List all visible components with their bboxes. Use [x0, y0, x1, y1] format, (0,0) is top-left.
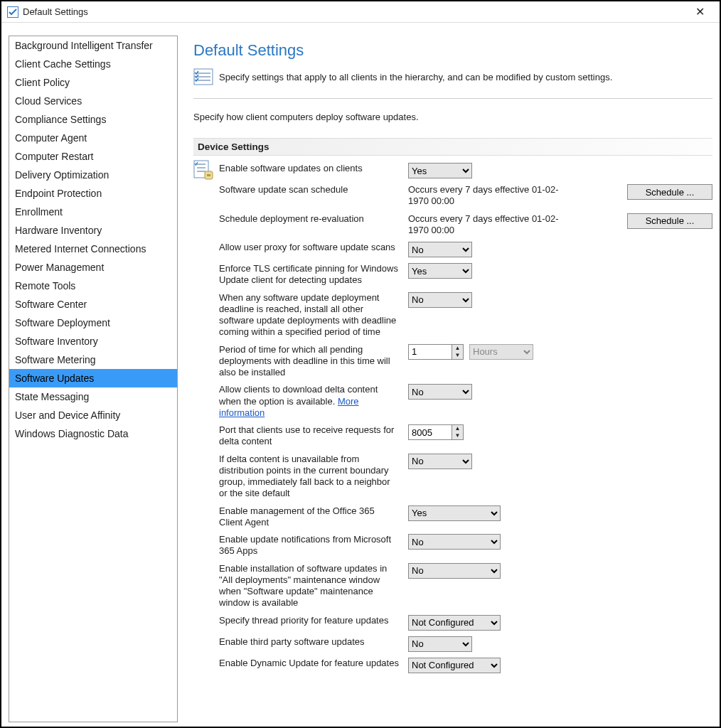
spinner-delta-port[interactable]: ▲▼ [408, 424, 464, 440]
label-deadline-period: Period of time for which all pending dep… [219, 344, 402, 379]
input-deadline-period[interactable] [409, 345, 452, 359]
sidebar-item-software-deployment[interactable]: Software Deployment [9, 314, 177, 332]
value-reeval-schedule: Occurs every 7 days effective 01-02-1970… [408, 213, 565, 237]
close-icon[interactable]: ✕ [685, 5, 714, 18]
sidebar-item-software-inventory[interactable]: Software Inventory [9, 332, 177, 350]
row-reeval-schedule: Schedule deployment re-evaluation Occurs… [219, 210, 712, 240]
label-o365-agent: Enable management of the Office 365 Clie… [219, 505, 402, 529]
select-m365-notify[interactable]: No [408, 534, 501, 550]
label-maint-window: Enable installation of software updates … [219, 563, 402, 609]
app-icon [7, 6, 18, 18]
schedule-button-scan[interactable]: Schedule ... [627, 184, 712, 200]
row-scan-schedule: Software update scan schedule Occurs eve… [219, 181, 712, 210]
select-deadline-install[interactable]: No [408, 292, 472, 308]
svg-rect-10 [207, 174, 210, 176]
sidebar-item-software-updates[interactable]: Software Updates [9, 369, 177, 387]
settings-body: Enable software updates on clients Yes S… [193, 156, 712, 676]
select-third-party[interactable]: No [408, 636, 472, 652]
checklist-icon [193, 67, 213, 87]
row-m365-notify: Enable update notifications from Microso… [219, 531, 712, 560]
checklist-icon-2 [193, 160, 213, 180]
sidebar-item-windows-diagnostic-data[interactable]: Windows Diagnostic Data [9, 424, 177, 443]
summary-text: Specify settings that apply to all clien… [219, 72, 612, 82]
sidebar-item-endpoint-protection[interactable]: Endpoint Protection [9, 184, 177, 203]
spin-down-icon[interactable]: ▼ [452, 432, 463, 439]
row-user-proxy: Allow user proxy for software update sca… [219, 239, 712, 260]
sidebar-item-client-cache-settings[interactable]: Client Cache Settings [9, 55, 177, 73]
spin-down-icon[interactable]: ▼ [452, 352, 463, 359]
section-title: Device Settings [193, 138, 712, 156]
window-root: Default Settings ✕ Background Intelligen… [0, 0, 721, 728]
sidebar-item-enrollment[interactable]: Enrollment [9, 203, 177, 221]
sidebar-item-software-center[interactable]: Software Center [9, 295, 177, 314]
label-scan-schedule: Software update scan schedule [219, 184, 402, 196]
summary-row: Specify settings that apply to all clien… [193, 67, 712, 87]
label-enable-updates: Enable software updates on clients [219, 163, 402, 174]
sidebar-item-power-management[interactable]: Power Management [9, 258, 177, 277]
row-fallback: If delta content is unavailable from dis… [219, 451, 712, 503]
row-deadline-install: When any software update deployment dead… [219, 289, 712, 341]
sidebar-item-computer-restart[interactable]: Computer Restart [9, 147, 177, 166]
sidebar-item-state-messaging[interactable]: State Messaging [9, 387, 177, 406]
spinner-deadline-period[interactable]: ▲▼ [408, 344, 464, 360]
value-scan-schedule: Occurs every 7 days effective 01-02-1970… [408, 184, 565, 208]
row-third-party: Enable third party software updates No [219, 633, 712, 655]
select-o365-agent[interactable]: Yes [408, 505, 501, 521]
window-title: Default Settings [23, 6, 685, 17]
spin-up-icon[interactable]: ▲ [452, 425, 463, 432]
settings-rows: Enable software updates on clients Yes S… [219, 160, 712, 676]
select-thread-priority[interactable]: Not Configured [408, 615, 501, 631]
sub-description: Specify how client computers deploy soft… [193, 112, 712, 122]
sidebar-item-hardware-inventory[interactable]: Hardware Inventory [9, 221, 177, 240]
label-dynamic-update: Enable Dynamic Update for feature update… [219, 658, 402, 669]
titlebar: Default Settings ✕ [1, 1, 720, 23]
divider [193, 98, 712, 99]
row-enable-updates: Enable software updates on clients Yes [219, 160, 712, 181]
sidebar-item-metered-internet-connections[interactable]: Metered Internet Connections [9, 240, 177, 258]
row-delta-download: Allow clients to download delta content … [219, 381, 712, 422]
sidebar-item-computer-agent[interactable]: Computer Agent [9, 129, 177, 147]
sidebar-item-remote-tools[interactable]: Remote Tools [9, 277, 177, 295]
label-tls-pinning: Enforce TLS certificate pinning for Wind… [219, 263, 402, 287]
select-user-proxy[interactable]: No [408, 242, 472, 257]
sidebar: Background Intelligent TransferClient Ca… [9, 36, 178, 722]
select-maint-window[interactable]: No [408, 563, 501, 579]
label-deadline-install: When any software update deployment dead… [219, 292, 402, 338]
select-enable-updates[interactable]: Yes [408, 163, 472, 178]
label-thread-priority: Specify thread priority for feature upda… [219, 615, 402, 626]
sidebar-item-delivery-optimization[interactable]: Delivery Optimization [9, 166, 177, 184]
window-body: Background Intelligent TransferClient Ca… [1, 23, 720, 727]
sidebar-item-software-metering[interactable]: Software Metering [9, 350, 177, 369]
sidebar-item-compliance-settings[interactable]: Compliance Settings [9, 110, 177, 129]
sidebar-item-user-and-device-affinity[interactable]: User and Device Affinity [9, 406, 177, 424]
spin-up-icon[interactable]: ▲ [452, 345, 463, 352]
select-fallback[interactable]: No [408, 454, 472, 469]
label-user-proxy: Allow user proxy for software update sca… [219, 242, 402, 253]
label-third-party: Enable third party software updates [219, 636, 402, 648]
label-reeval-schedule: Schedule deployment re-evaluation [219, 213, 402, 225]
main-panel: Default Settings Specify settings that a… [178, 36, 712, 722]
label-fallback: If delta content is unavailable from dis… [219, 454, 402, 500]
row-deadline-period: Period of time for which all pending dep… [219, 341, 712, 382]
row-tls-pinning: Enforce TLS certificate pinning for Wind… [219, 260, 712, 289]
select-delta-download[interactable]: No [408, 384, 472, 400]
row-thread-priority: Specify thread priority for feature upda… [219, 612, 712, 633]
label-delta-download: Allow clients to download delta content … [219, 384, 402, 419]
row-dynamic-update: Enable Dynamic Update for feature update… [219, 655, 712, 676]
row-o365-agent: Enable management of the Office 365 Clie… [219, 503, 712, 532]
select-deadline-unit: Hours [469, 344, 533, 360]
sidebar-item-client-policy[interactable]: Client Policy [9, 73, 177, 92]
select-tls-pinning[interactable]: Yes [408, 263, 472, 279]
label-m365-notify: Enable update notifications from Microso… [219, 534, 402, 557]
schedule-button-reeval[interactable]: Schedule ... [627, 213, 712, 229]
sidebar-item-cloud-services[interactable]: Cloud Services [9, 92, 177, 110]
label-delta-port: Port that clients use to receive request… [219, 424, 402, 448]
page-title: Default Settings [193, 41, 712, 60]
row-maint-window: Enable installation of software updates … [219, 560, 712, 612]
select-dynamic-update[interactable]: Not Configured [408, 658, 501, 673]
input-delta-port[interactable] [409, 425, 452, 439]
sidebar-item-background-intelligent-transfer[interactable]: Background Intelligent Transfer [9, 36, 177, 55]
row-delta-port: Port that clients use to receive request… [219, 422, 712, 451]
